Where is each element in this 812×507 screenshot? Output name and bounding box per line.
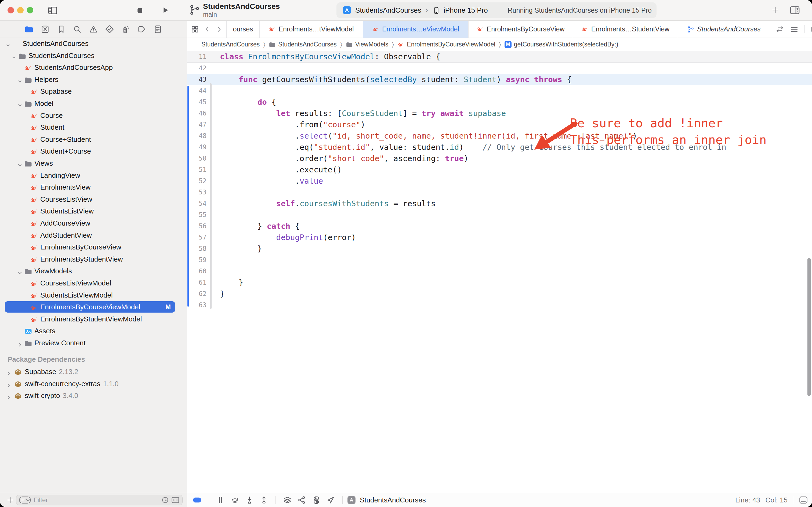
disc-down-icon[interactable] (11, 55, 17, 60)
package-item-swift-concurrency-extras[interactable]: swift-concurrency-extras1.1.0 (0, 378, 187, 389)
tree-item-ViewModels[interactable]: ViewModels (0, 265, 187, 277)
tree-item-LandingView[interactable]: LandingView (0, 170, 187, 181)
code-review-button[interactable] (775, 25, 784, 34)
tree-item-Assets[interactable]: Assets (0, 325, 187, 336)
navigator-tab-test[interactable] (105, 25, 114, 34)
disc-down-icon[interactable] (17, 103, 22, 108)
disc-down-icon[interactable] (17, 163, 22, 168)
environment-overrides-button[interactable] (312, 496, 321, 505)
view-hierarchy-button[interactable] (283, 496, 292, 505)
running-process[interactable]: StudentsAndCourses (347, 496, 426, 505)
disc-right-icon[interactable] (17, 342, 22, 347)
code-line-63[interactable]: 63 (187, 299, 812, 311)
zoom-window-button[interactable] (27, 7, 33, 13)
add-tab-button[interactable] (771, 6, 779, 14)
tree-item-StudentsListViewModel[interactable]: StudentsListViewModel (0, 289, 187, 301)
related-items-button[interactable] (191, 25, 199, 33)
code-line-44[interactable]: 44 (187, 85, 812, 97)
tree-item-StudentsAndCourses[interactable]: undefinedStudentsAndCourses (0, 38, 187, 49)
tree-item-EnrolmentsByStudentView[interactable]: EnrolmentsByStudentView (0, 253, 187, 265)
recent-files-icon[interactable] (161, 496, 169, 504)
disc-down-icon[interactable] (17, 270, 22, 276)
navigator-tab-spray[interactable] (121, 25, 130, 34)
navigator-tab-search[interactable] (73, 25, 82, 34)
tree-item-EnrolmentsByCourseView[interactable]: EnrolmentsByCourseView (0, 241, 187, 253)
code-line-58[interactable]: 58 } (187, 243, 812, 254)
tree-item-EnrolmentsByCourseViewModel[interactable]: EnrolmentsByCourseViewModelM (0, 301, 187, 313)
disc-down-icon[interactable] (17, 79, 22, 84)
breakpoints-toggle-button[interactable] (192, 496, 201, 505)
stop-button[interactable] (136, 6, 144, 14)
close-window-button[interactable] (7, 7, 14, 13)
tree-item-Course-Student[interactable]: Course+Student (0, 134, 187, 145)
tree-item-CoursesListViewModel[interactable]: CoursesListViewModel (0, 277, 187, 289)
navigator-tab-report[interactable] (153, 25, 163, 34)
code-fold-ribbon[interactable] (210, 83, 212, 309)
navigator-tab-breakpoint[interactable] (137, 25, 147, 34)
scrollbar-thumb[interactable] (807, 258, 811, 396)
package-item-Supabase[interactable]: Supabase2.13.2 (0, 366, 187, 377)
code-line-60[interactable]: 60 (187, 266, 812, 277)
toggle-inspector-button[interactable] (790, 5, 800, 15)
code-line-53[interactable]: 53 (187, 187, 812, 198)
tree-item-Supabase[interactable]: Supabase (0, 86, 187, 97)
tree-item-Model[interactable]: Model (0, 98, 187, 109)
filter-field[interactable]: Filter (16, 495, 183, 505)
disc-right-icon[interactable] (6, 395, 11, 400)
breadcrumb-item[interactable]: EnrolmentsByCourseViewModel (397, 41, 495, 48)
editor-tab[interactable]: ourses (226, 21, 259, 38)
navigator-tab-vcs[interactable] (41, 25, 50, 34)
editor-tab[interactable]: StudentsAndCourses (678, 21, 770, 38)
disc-right-icon[interactable] (6, 383, 11, 388)
tree-item-Helpers[interactable]: Helpers (0, 74, 187, 85)
navigator-tab-warning[interactable] (89, 25, 98, 34)
source-editor[interactable]: 11class EnrolmentsByCourseViewModel: Obs… (187, 51, 812, 493)
breadcrumb-item[interactable]: ViewModels (346, 41, 389, 48)
memory-graph-button[interactable] (297, 496, 306, 505)
code-line-50[interactable]: 50 .order("short_code", ascending: true) (187, 153, 812, 164)
tree-item-AddStudentView[interactable]: AddStudentView (0, 230, 187, 241)
code-line-43[interactable]: 43 func getCoursesWithStudents(selectedB… (187, 74, 812, 85)
tree-item-EnrolmentsByStudentViewModel[interactable]: EnrolmentsByStudentViewModel (0, 314, 187, 325)
pause-button[interactable] (216, 496, 225, 505)
code-line-57[interactable]: 57 debugPrint(error) (187, 232, 812, 243)
tree-item-AddCourseView[interactable]: AddCourseView (0, 218, 187, 229)
breadcrumb-item[interactable]: undefinedStudentsAndCourses (192, 41, 259, 48)
package-item-swift-crypto[interactable]: swift-crypto3.4.0 (0, 390, 187, 401)
go-back-button[interactable] (204, 26, 211, 33)
editor-tab[interactable]: EnrolmentsByCourseView (468, 21, 573, 38)
add-file-button[interactable] (6, 496, 14, 504)
code-line-62[interactable]: 62} (187, 288, 812, 299)
navigator-tab-bookmark[interactable] (57, 25, 66, 34)
code-line-42[interactable]: 42 (187, 63, 812, 74)
tree-item-EnrolmentsView[interactable]: EnrolmentsView (0, 181, 187, 193)
code-line-51[interactable]: 51 .execute() (187, 164, 812, 175)
go-forward-button[interactable] (216, 26, 223, 33)
code-line-59[interactable]: 59 (187, 254, 812, 266)
simulate-location-button[interactable] (326, 496, 335, 505)
tree-item-StudentsListView[interactable]: StudentsListView (0, 206, 187, 217)
navigator-tab-folder[interactable] (24, 25, 34, 34)
editor-only-mode-icon[interactable] (799, 495, 808, 505)
editor-tab[interactable]: Enrolments…eViewModel (363, 21, 468, 38)
breadcrumb-item[interactable]: StudentsAndCourses (269, 41, 337, 48)
step-over-button[interactable] (230, 496, 239, 505)
tree-item-Course[interactable]: Course (0, 110, 187, 121)
tree-item-Views[interactable]: Views (0, 158, 187, 169)
code-line-52[interactable]: 52 .value (187, 175, 812, 187)
code-line-45[interactable]: 45 do { (187, 97, 812, 108)
add-editor-button[interactable] (811, 25, 812, 34)
scheme-selector[interactable]: StudentsAndCourses › iPhone 15 Pro Runni… (337, 2, 656, 18)
tree-item-StudentsAndCoursesApp[interactable]: StudentsAndCoursesApp (0, 62, 187, 73)
step-into-button[interactable] (245, 496, 254, 505)
adjust-editor-button[interactable] (790, 25, 799, 34)
editor-tab[interactable]: Enrolments…tViewModel (259, 21, 363, 38)
scheme-device[interactable]: iPhone 15 Pro (444, 6, 488, 14)
disc-right-icon[interactable] (6, 371, 11, 376)
step-out-button[interactable] (259, 496, 269, 505)
tree-item-CoursesListView[interactable]: CoursesListView (0, 193, 187, 205)
tree-item-Preview-Content[interactable]: Preview Content (0, 337, 187, 349)
breadcrumb-item[interactable]: MgetCoursesWithStudents(selectedBy:) (505, 41, 619, 48)
code-line-55[interactable]: 55 (187, 209, 812, 220)
tree-item-Student[interactable]: Student (0, 122, 187, 133)
